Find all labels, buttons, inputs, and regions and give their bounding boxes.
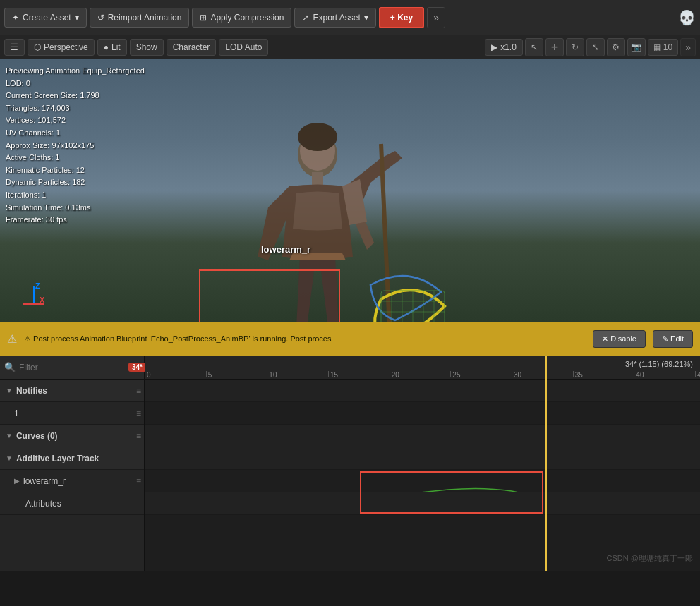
camera-button[interactable]: 📷 xyxy=(627,38,646,56)
lod-label: LOD Auto xyxy=(225,42,262,52)
viewport-hamburger-button[interactable]: ☰ xyxy=(4,39,25,56)
timeline-ruler-header: 051015202530354045 34* (1.15) (69.21%) xyxy=(145,356,700,380)
search-icon: 🔍 xyxy=(4,362,16,372)
scale-button[interactable]: ⤡ xyxy=(586,38,605,56)
stat-lod: LOD: 0 xyxy=(6,78,145,90)
cursor-button[interactable]: ↖ xyxy=(525,38,543,56)
viewport-expand-button[interactable]: » xyxy=(680,38,696,56)
additive-layer-label: Additive Layer Track xyxy=(16,454,144,463)
attributes-track[interactable]: Attributes xyxy=(0,492,144,515)
stat-kinematic: Kinematic Particles: 12 xyxy=(6,164,145,177)
perspective-label: Perspective xyxy=(44,42,88,52)
lowerarm-menu-icon[interactable]: ≡ xyxy=(136,476,141,486)
apply-compression-button[interactable]: ⊞ Apply Compression xyxy=(192,8,291,28)
stat-iterations: Iterations: 1 xyxy=(6,189,145,202)
ruler-tick-35: 35 xyxy=(573,371,583,379)
notifies-item-lane xyxy=(145,402,700,425)
playhead-info: 34* (1.15) (69.21%) xyxy=(625,360,693,368)
create-asset-button[interactable]: ✦ Create Asset ▾ xyxy=(4,8,87,28)
svg-text:Z: Z xyxy=(35,283,40,290)
top-toolbar: ✦ Create Asset ▾ ↺ Reimport Animation ⊞ … xyxy=(0,0,700,35)
key-label: + Key xyxy=(390,13,413,23)
create-asset-label: Create Asset xyxy=(23,13,71,23)
lowerarm-lane xyxy=(145,470,700,492)
lit-button[interactable]: ● Lit xyxy=(97,39,127,56)
notifies-item-1-menu[interactable]: ≡ xyxy=(136,408,141,418)
stat-approx-size: Approx Size: 97x102x175 xyxy=(6,140,145,152)
perspective-button[interactable]: ⬡ Perspective xyxy=(28,39,95,56)
timeline-ruler: 051015202530354045 xyxy=(145,356,700,379)
additive-header-lane xyxy=(145,447,700,470)
notifies-track-header[interactable]: ▼ Notifies ≡ xyxy=(0,380,144,402)
viewport-toolbar: ☰ ⬡ Perspective ● Lit Show Character LOD… xyxy=(0,35,700,59)
warning-icon: ⚠ xyxy=(7,332,17,346)
character-button[interactable]: Character xyxy=(167,39,217,56)
lit-icon: ● xyxy=(104,42,109,52)
skull-icon: 💀 xyxy=(678,9,696,26)
notifies-expand-icon: ▼ xyxy=(6,387,13,394)
warning-bar: ⚠ ⚠ Post process Animation Blueprint 'Ec… xyxy=(0,322,700,356)
curves-track-header[interactable]: ▼ Curves (0) ≡ xyxy=(0,425,144,447)
ruler-tick-5: 5 xyxy=(206,371,212,379)
create-asset-icon: ✦ xyxy=(12,13,19,23)
character-label: Character xyxy=(173,42,210,52)
lowerarm-track[interactable]: ▶ lowerarm_r ≡ xyxy=(0,470,144,492)
stat-dynamic: Dynamic Particles: 182 xyxy=(6,176,145,189)
apply-compression-icon: ⊞ xyxy=(200,13,207,23)
curves-expand-icon: ▼ xyxy=(6,432,13,440)
additive-expand-icon: ▼ xyxy=(6,454,13,462)
stat-previewing: Previewing Animation Equip_Retargeted xyxy=(6,65,145,78)
play-button[interactable]: ▶ x1.0 xyxy=(485,39,523,56)
reimport-button[interactable]: ↺ Reimport Animation xyxy=(90,8,190,28)
viewport-stats-overlay: Previewing Animation Equip_Retargeted LO… xyxy=(6,65,145,226)
curves-menu-icon[interactable]: ≡ xyxy=(136,431,141,441)
ruler-tick-15: 15 xyxy=(328,371,338,379)
playhead-line[interactable] xyxy=(545,356,547,571)
filter-input[interactable] xyxy=(19,363,125,372)
export-asset-chevron: ▾ xyxy=(364,13,368,23)
animation-editor: 🔍 34* ▼ Notifies ≡ 1 ≡ ▼ Curves (0) ≡ ▼ … xyxy=(0,356,700,571)
reimport-icon: ↺ xyxy=(97,13,104,23)
show-label: Show xyxy=(136,42,157,52)
ruler-tick-30: 30 xyxy=(512,371,521,379)
edit-button[interactable]: ✎ Edit xyxy=(653,330,693,348)
export-asset-icon: ↗ xyxy=(302,13,309,23)
ruler-tick-20: 20 xyxy=(390,371,399,379)
additive-layer-track-header[interactable]: ▼ Additive Layer Track xyxy=(0,447,144,470)
play-icon: ▶ xyxy=(491,42,497,52)
timeline-panel: 051015202530354045 34* (1.15) (69.21%) xyxy=(145,356,700,571)
export-asset-button[interactable]: ↗ Export Asset ▾ xyxy=(294,8,375,28)
speed-label: x1.0 xyxy=(500,42,517,52)
warning-message: ⚠ Post process Animation Blueprint 'Echo… xyxy=(24,334,586,344)
grid-button[interactable]: ▦ 10 xyxy=(648,39,678,56)
grid-icon: ▦ xyxy=(653,42,661,52)
stat-triangles: Triangles: 174,003 xyxy=(6,102,145,115)
toolbar-expand-button[interactable]: » xyxy=(427,7,445,28)
lowerarm-label-track: lowerarm_r xyxy=(23,476,136,486)
stat-screen-size: Current Screen Size: 1.798 xyxy=(6,90,145,102)
disable-button[interactable]: ✕ Disable xyxy=(593,330,646,348)
curves-label: Curves (0) xyxy=(16,431,136,441)
lowerarm-bone-label: lowerarm_r xyxy=(261,244,310,255)
move-button[interactable]: ✛ xyxy=(545,38,564,56)
export-asset-label: Export Asset xyxy=(313,13,360,23)
lod-button[interactable]: LOD Auto xyxy=(219,39,268,56)
svg-rect-3 xyxy=(312,172,323,186)
notifies-item-1[interactable]: 1 ≡ xyxy=(0,402,144,425)
hamburger-icon: ☰ xyxy=(11,42,18,52)
ruler-tick-40: 40 xyxy=(634,371,644,379)
filter-badge: 34* xyxy=(128,363,146,372)
notifies-label: Notifies xyxy=(16,386,136,396)
ruler-tick-0: 0 xyxy=(145,371,151,379)
svg-text:X: X xyxy=(40,296,45,304)
stat-framerate: Framerate: 30 fps xyxy=(6,214,145,226)
notifies-item-1-label: 1 xyxy=(14,408,136,418)
settings-button[interactable]: ⚙ xyxy=(607,38,625,56)
lowerarm-expand-icon: ▶ xyxy=(14,477,20,485)
watermark-text: CSDN @理塘纯真丁一郎 xyxy=(607,553,693,564)
rotate-button[interactable]: ↻ xyxy=(566,38,584,56)
notifies-menu-icon[interactable]: ≡ xyxy=(136,386,141,396)
key-button[interactable]: + Key xyxy=(379,7,424,28)
curves-lane xyxy=(145,425,700,447)
show-button[interactable]: Show xyxy=(130,39,164,56)
